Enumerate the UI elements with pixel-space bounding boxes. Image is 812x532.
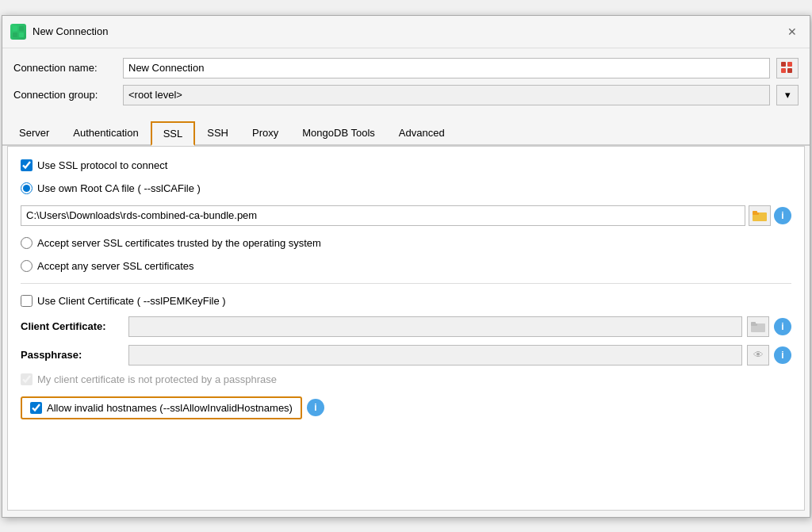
allow-invalid-hostnames-row: Allow invalid hostnames (--sslAllowInval…	[21, 396, 791, 419]
allow-invalid-hostnames-checkbox[interactable]	[30, 402, 42, 414]
svg-rect-4	[781, 62, 786, 67]
accept-trusted-row: Accept server SSL certificates trusted b…	[21, 237, 791, 249]
use-ssl-row: Use SSL protocol to connect	[21, 159, 791, 171]
tab-ssh[interactable]: SSH	[195, 121, 240, 146]
client-cert-browse-button[interactable]	[747, 316, 769, 337]
accept-trusted-radio[interactable]	[21, 237, 33, 249]
use-own-ca-row: Use own Root CA file ( --sslCAFile )	[21, 182, 791, 194]
accept-trusted-label: Accept server SSL certificates trusted b…	[37, 237, 321, 249]
client-cert-input[interactable]	[128, 316, 742, 337]
client-cert-info-button[interactable]: i	[774, 318, 791, 335]
use-own-ca-radio[interactable]	[21, 182, 33, 194]
connection-group-row: Connection group: ▾	[13, 85, 799, 105]
accept-any-label: Accept any server SSL certificates	[37, 260, 194, 272]
main-window: New Connection ✕ Connection name: Connec…	[2, 15, 810, 518]
svg-rect-13	[751, 322, 756, 324]
use-client-cert-label: Use Client Certificate ( --sslPEMKeyFile…	[37, 295, 226, 307]
allow-invalid-hostnames-box: Allow invalid hostnames (--sslAllowInval…	[21, 396, 302, 419]
connection-group-label: Connection group:	[13, 89, 117, 101]
tab-authentication[interactable]: Authentication	[61, 121, 150, 146]
svg-rect-3	[19, 33, 24, 37]
divider	[21, 283, 791, 284]
form-area: Connection name: Connection group: ▾	[2, 48, 810, 118]
client-cert-field-row: Client Certificate: i	[21, 316, 791, 337]
ca-file-input[interactable]	[21, 205, 745, 226]
cert-not-protected-row: My client certificate is not protected b…	[21, 373, 791, 385]
connection-group-input[interactable]	[123, 85, 770, 105]
svg-rect-6	[781, 68, 786, 73]
connection-name-row: Connection name:	[13, 58, 799, 78]
title-bar-left: New Connection	[10, 24, 108, 40]
svg-rect-7	[787, 68, 792, 73]
accept-any-radio[interactable]	[21, 260, 33, 272]
tab-proxy[interactable]: Proxy	[240, 121, 290, 146]
svg-rect-5	[787, 62, 792, 67]
svg-rect-0	[13, 26, 17, 31]
svg-rect-2	[13, 33, 17, 37]
accept-any-row: Accept any server SSL certificates	[21, 260, 791, 272]
ca-file-info-button[interactable]: i	[774, 207, 791, 224]
cert-not-protected-checkbox[interactable]	[21, 373, 33, 385]
tab-advanced[interactable]: Advanced	[387, 121, 457, 146]
app-icon	[10, 24, 26, 40]
svg-rect-1	[19, 26, 24, 31]
title-bar: New Connection ✕	[2, 16, 810, 48]
window-title: New Connection	[33, 25, 108, 37]
ca-file-row: i	[21, 205, 791, 226]
connection-name-label: Connection name:	[13, 62, 117, 74]
passphrase-field-row: Passphrase: 👁 i	[21, 345, 791, 366]
passphrase-info-button[interactable]: i	[774, 346, 791, 364]
close-button[interactable]: ✕	[783, 22, 802, 41]
passphrase-label: Passphrase:	[21, 349, 124, 361]
tab-ssl[interactable]: SSL	[151, 121, 196, 146]
client-cert-label: Client Certificate:	[21, 320, 124, 332]
connection-group-dropdown[interactable]: ▾	[776, 85, 799, 105]
use-client-cert-checkbox[interactable]	[21, 295, 33, 307]
tab-mongodb-tools[interactable]: MongoDB Tools	[290, 121, 387, 146]
use-client-cert-row: Use Client Certificate ( --sslPEMKeyFile…	[21, 295, 791, 307]
use-ssl-label: Use SSL protocol to connect	[37, 159, 167, 171]
grid-icon-button[interactable]	[776, 58, 799, 78]
folder-browse-button[interactable]	[749, 205, 771, 226]
connection-name-input[interactable]	[123, 58, 770, 78]
allow-invalid-hostnames-label: Allow invalid hostnames (--sslAllowInval…	[47, 402, 293, 414]
tab-server[interactable]: Server	[7, 121, 61, 146]
tabs-bar: Server Authentication SSL SSH Proxy Mong…	[2, 121, 810, 146]
passphrase-eye-button[interactable]: 👁	[747, 345, 769, 366]
ssl-content: Use SSL protocol to connect Use own Root…	[7, 146, 805, 511]
cert-not-protected-label: My client certificate is not protected b…	[37, 373, 277, 385]
use-ssl-checkbox[interactable]	[21, 159, 33, 171]
passphrase-input[interactable]	[128, 345, 742, 366]
use-own-ca-label: Use own Root CA file ( --sslCAFile )	[37, 182, 201, 194]
allow-invalid-hostnames-info-button[interactable]: i	[307, 399, 324, 416]
svg-rect-10	[753, 211, 757, 213]
